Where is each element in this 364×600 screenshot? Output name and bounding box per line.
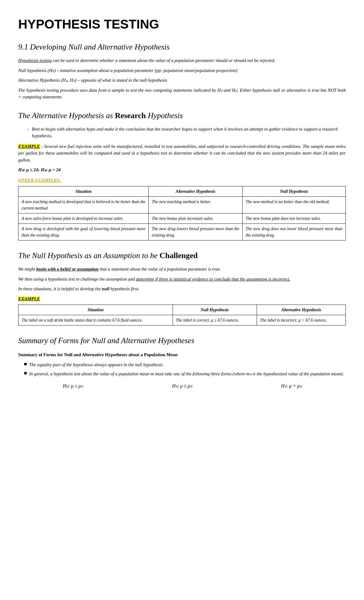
section2-heading: The Alternative Hypothesis as Research H…: [18, 110, 346, 121]
determine-statistical-evidence: determine if there is statistical eviden…: [136, 277, 290, 281]
bullet-square-2: [24, 372, 27, 374]
section3-para1-pre: We might: [18, 267, 36, 271]
table1-col2-header: Alternative Hypothesis: [149, 186, 242, 197]
table2-row1-alternative: The label is incorrect. μ < 67.6 ounces.: [257, 315, 346, 326]
table-row: The label on a soft drink bottle states …: [19, 315, 346, 326]
form-text-3: H₀: μ = μ₀: [281, 383, 302, 388]
section2-heading-italic1: The Alternative Hypothesis as: [18, 111, 115, 120]
section4-heading-text: Summary of Forms for Null and Alternativ…: [18, 336, 194, 345]
section3-heading-italic: The Null Hypothesis as an Assumption to …: [18, 251, 160, 260]
table1-row2-alternative: The new bonus plan increases sales.: [149, 213, 242, 224]
section2-formula: H₀: μ ≤ 24; Hₐ: μ > 24: [18, 166, 346, 173]
section2-table: Situation Alternative Hypothesis Null Hy…: [18, 186, 346, 240]
table-row: A new drug is developed with the goal of…: [19, 224, 346, 240]
section3-example-label-container: EXAMPLE: [18, 295, 346, 302]
summary-bullet-text-1: The equality part of the hypotheses alwa…: [29, 361, 163, 368]
table1-row1-null: The new method is no better than the old…: [242, 197, 345, 213]
table-row: A new teaching method is developed that …: [19, 197, 346, 213]
example-label-2: EXAMPLE: [18, 296, 40, 301]
example-label-1: EXAMPLE: [18, 144, 40, 149]
section3-para1: We might begin with a belief or assumpti…: [18, 266, 346, 273]
section4: Summary of Forms for Null and Alternativ…: [18, 335, 346, 390]
section1-para2: Null hypothesis (H₀) – tentative assumpt…: [18, 67, 346, 74]
section1-heading-text: 9.1 Developing Null and Alternative Hypo…: [18, 43, 170, 51]
form-item-2: H₀: μ ≤ μ₀: [127, 382, 237, 390]
table2-col3-header: Alternative Hypothesis: [257, 305, 346, 315]
section1-heading: 9.1 Developing Null and Alternative Hypo…: [18, 41, 346, 53]
summary-bullet-2: In general, a hypothesis test about the …: [24, 370, 346, 377]
table1-row3-situation: A new drug is developed with the goal of…: [19, 224, 149, 240]
section4-subheading: Summary of Forms for Null and Alternativ…: [18, 351, 346, 358]
bullet-square-1: [24, 363, 27, 365]
section2-example-paragraph: EXAMPLE : Several new fuel injection uni…: [18, 143, 346, 164]
hypothesis-testing-term: Hypothesis testing: [18, 58, 52, 63]
table1-col3-header: Null Hypothesis: [242, 186, 345, 197]
bullet-dash-1: -: [27, 126, 29, 139]
main-title: HYPOTHESIS TESTING: [18, 15, 346, 34]
table2-row1-null: The label is correct. μ ≥ 67.6 ounces.: [173, 315, 257, 326]
form-item-1: H₀: μ ≥ μ₀: [18, 382, 127, 390]
section1-para3: Alternative Hypothesis (Hₐ, H₁) – opposi…: [18, 77, 346, 84]
other-examples-label: OTHER EXAMPLES:: [18, 177, 346, 184]
section2-heading-italic2: Hypothesis: [146, 111, 183, 120]
section3-para3-post: hypothesis first.: [110, 286, 140, 291]
form-text-1: H₀: μ ≥ μ₀: [63, 383, 83, 388]
section1-para1: Hypothesis testing can be used to determ…: [18, 57, 346, 64]
section2-heading-bold: Research: [115, 111, 146, 120]
summary-bullet-1: The equality part of the hypotheses alwa…: [24, 361, 346, 368]
table1-row2-situation: A new sales force bonus plan is develope…: [19, 213, 149, 224]
begin-with-belief: begin with a belief or assumption: [36, 267, 98, 271]
section3-heading-bold: Challenged: [160, 251, 198, 260]
section1-para4: The hypothesis testing procedure uses da…: [18, 87, 346, 101]
table1-col1-header: Situation: [19, 186, 149, 197]
table2-col2-header: Null Hypothesis: [173, 305, 257, 315]
null-keyword: null: [102, 286, 110, 291]
section2: The Alternative Hypothesis as Research H…: [18, 110, 346, 241]
table1-row3-alternative: The new drug lowers blood pressure more …: [149, 224, 242, 240]
bullet-text-1: Best to begin with alternative hypo and …: [32, 126, 346, 139]
section3-para3-pre: In these situations, it is helpful to de…: [18, 286, 102, 291]
table1-row2-null: The new bonus plan does not increase sal…: [242, 213, 345, 224]
section3-para1-post: that a statement about the value of a po…: [99, 267, 221, 271]
section3-table: Situation Null Hypothesis Alternative Hy…: [18, 305, 346, 326]
section3: The Null Hypothesis as an Assumption to …: [18, 250, 346, 326]
section2-bullets: - Best to begin with alternative hypo an…: [27, 126, 346, 139]
table1-row1-alternative: The new teaching method is better.: [149, 197, 242, 213]
summary-bullet-text-2: In general, a hypothesis test about the …: [29, 370, 344, 377]
table1-row3-null: The new drug does not lower blood pressu…: [242, 224, 345, 240]
section3-para2-pre: We then using a hypothesis test to chall…: [18, 277, 136, 281]
forms-row: H₀: μ ≥ μ₀ H₀: μ ≤ μ₀ H₀: μ = μ₀: [18, 382, 346, 390]
section3-heading: The Null Hypothesis as an Assumption to …: [18, 250, 346, 261]
section3-para2: We then using a hypothesis test to chall…: [18, 276, 346, 283]
form-text-2: H₀: μ ≤ μ₀: [172, 383, 192, 388]
example-text-1: : Several new fuel injection units will …: [18, 144, 346, 162]
table2-col1-header: Situation: [19, 305, 173, 315]
section3-para3: In these situations, it is helpful to de…: [18, 285, 346, 292]
table2-row1-situation: The label on a soft drink bottle states …: [19, 315, 173, 326]
section4-heading: Summary of Forms for Null and Alternativ…: [18, 335, 346, 346]
bullet-item-1: - Best to begin with alternative hypo an…: [27, 126, 346, 139]
form-item-3: H₀: μ = μ₀: [237, 382, 346, 390]
table1-row1-situation: A new teaching method is developed that …: [19, 197, 149, 213]
section4-bullets: The equality part of the hypotheses alwa…: [24, 361, 346, 377]
table-row: A new sales force bonus plan is develope…: [19, 213, 346, 224]
section1-para1-rest: can be used to determine whether a state…: [53, 58, 275, 63]
